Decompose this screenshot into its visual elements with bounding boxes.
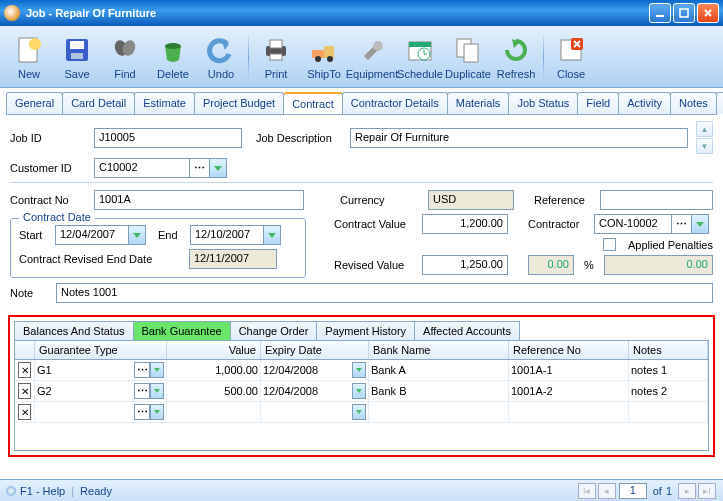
tab-activity[interactable]: Activity (618, 92, 671, 114)
cell-value[interactable]: 1,000.00 (167, 360, 261, 380)
tab-hours[interactable]: Hours (716, 92, 723, 114)
end-date-field[interactable]: 12/10/2007 (190, 225, 264, 245)
reference-field[interactable] (600, 190, 713, 210)
contractor-lookup[interactable]: CON-10002 ⋯ (594, 214, 709, 234)
shipto-button[interactable]: ShipTo (301, 30, 347, 84)
desc-scroll-up[interactable]: ▲ (696, 121, 713, 137)
print-button[interactable]: Print (253, 30, 299, 84)
contract-no-label: Contract No (10, 194, 88, 206)
lookup-dots-icon[interactable]: ⋯ (190, 158, 210, 178)
tab-contractor-details[interactable]: Contractor Details (342, 92, 448, 114)
delete-button[interactable]: Delete (150, 30, 196, 84)
cell-ref[interactable]: 1001A-1 (509, 360, 629, 380)
table-row[interactable]: ✕G1⋯1,000.0012/04/2008Bank A1001A-1notes… (15, 360, 708, 381)
cell-expiry[interactable]: 12/04/2008 (263, 364, 352, 376)
tab-job-status[interactable]: Job Status (508, 92, 578, 114)
chevron-down-icon[interactable] (150, 404, 164, 420)
nav-prev[interactable]: ◂ (598, 483, 616, 499)
col-value[interactable]: Value (167, 341, 261, 359)
col-notes[interactable]: Notes (629, 341, 708, 359)
contractor-field[interactable]: CON-10002 (594, 214, 672, 234)
cell-bank[interactable] (369, 402, 509, 422)
col-guarantee-type[interactable]: Guarantee Type (35, 341, 167, 359)
nav-last[interactable]: ▸I (698, 483, 716, 499)
cell-ref[interactable] (509, 402, 629, 422)
col-bank[interactable]: Bank Name (369, 341, 509, 359)
lookup-dots-icon[interactable]: ⋯ (134, 383, 150, 399)
lookup-dots-icon[interactable]: ⋯ (134, 362, 150, 378)
row-delete-icon[interactable]: ✕ (18, 404, 31, 420)
close-window-button[interactable]: Close (548, 30, 594, 84)
schedule-button[interactable]: Schedule (397, 30, 443, 84)
chevron-down-icon[interactable] (264, 225, 281, 245)
cell-expiry[interactable]: 12/04/2008 (263, 385, 352, 397)
new-button[interactable]: New (6, 30, 52, 84)
tab-project-budget[interactable]: Project Budget (194, 92, 284, 114)
chevron-down-icon[interactable] (352, 362, 366, 378)
cell-bank[interactable]: Bank B (369, 381, 509, 401)
tab-contract[interactable]: Contract (283, 92, 343, 114)
contract-value-field[interactable]: 1,200.00 (422, 214, 508, 234)
save-button[interactable]: Save (54, 30, 100, 84)
table-row[interactable]: ✕⋯ (15, 402, 708, 423)
chevron-down-icon[interactable] (210, 158, 227, 178)
cell-value[interactable] (167, 402, 261, 422)
cell-notes[interactable]: notes 1 (629, 360, 708, 380)
page-field[interactable]: 1 (619, 483, 647, 499)
end-date-combo[interactable]: 12/10/2007 (190, 225, 281, 245)
lookup-dots-icon[interactable]: ⋯ (672, 214, 692, 234)
job-desc-field[interactable]: Repair Of Furniture (350, 128, 688, 148)
customer-id-field[interactable]: C10002 (94, 158, 190, 178)
tab-card-detail[interactable]: Card Detail (62, 92, 135, 114)
tab-field[interactable]: Field (577, 92, 619, 114)
minimize-button[interactable] (649, 3, 671, 23)
note-field[interactable]: Notes 1001 (56, 283, 713, 303)
nav-first[interactable]: I◂ (578, 483, 596, 499)
applied-penalties-checkbox[interactable] (603, 238, 616, 251)
chevron-down-icon[interactable] (352, 383, 366, 399)
tab-estimate[interactable]: Estimate (134, 92, 195, 114)
revised-value-field[interactable]: 1,250.00 (422, 255, 508, 275)
undo-button[interactable]: Undo (198, 30, 244, 84)
desc-scroll-down[interactable]: ▼ (696, 138, 713, 154)
maximize-button[interactable] (673, 3, 695, 23)
subtab-affected-accounts[interactable]: Affected Accounts (414, 321, 520, 340)
chevron-down-icon[interactable] (352, 404, 366, 420)
close-button[interactable] (697, 3, 719, 23)
subtab-bank-guarantee[interactable]: Bank Guarantee (133, 321, 231, 340)
nav-next[interactable]: ▸ (678, 483, 696, 499)
row-delete-icon[interactable]: ✕ (18, 362, 31, 378)
chevron-down-icon[interactable] (129, 225, 146, 245)
cell-notes[interactable]: notes 2 (629, 381, 708, 401)
subtab-change-order[interactable]: Change Order (230, 321, 318, 340)
table-row[interactable]: ✕G2⋯500.0012/04/2008Bank B1001A-2notes 2 (15, 381, 708, 402)
cell-bank[interactable]: Bank A (369, 360, 509, 380)
cell-ref[interactable]: 1001A-2 (509, 381, 629, 401)
lookup-dots-icon[interactable]: ⋯ (134, 404, 150, 420)
subtab-payment-history[interactable]: Payment History (316, 321, 415, 340)
col-ref[interactable]: Reference No (509, 341, 629, 359)
start-date-field[interactable]: 12/04/2007 (55, 225, 129, 245)
row-delete-icon[interactable]: ✕ (18, 383, 31, 399)
cell-value[interactable]: 500.00 (167, 381, 261, 401)
contract-no-field[interactable]: 1001A (94, 190, 304, 210)
find-button[interactable]: Find (102, 30, 148, 84)
job-id-field[interactable]: J10005 (94, 128, 242, 148)
refresh-button[interactable]: Refresh (493, 30, 539, 84)
cell-notes[interactable] (629, 402, 708, 422)
tab-notes[interactable]: Notes (670, 92, 717, 114)
subtab-balances[interactable]: Balances And Status (14, 321, 134, 340)
equipment-button[interactable]: Equipment (349, 30, 395, 84)
tab-general[interactable]: General (6, 92, 63, 114)
chevron-down-icon[interactable] (150, 362, 164, 378)
schedule-icon (404, 34, 436, 66)
duplicate-button[interactable]: Duplicate (445, 30, 491, 84)
tab-materials[interactable]: Materials (447, 92, 510, 114)
cell-type[interactable]: G2 (37, 385, 134, 397)
cell-type[interactable]: G1 (37, 364, 134, 376)
chevron-down-icon[interactable] (692, 214, 709, 234)
customer-id-lookup[interactable]: C10002 ⋯ (94, 158, 227, 178)
start-date-combo[interactable]: 12/04/2007 (55, 225, 146, 245)
chevron-down-icon[interactable] (150, 383, 164, 399)
col-expiry[interactable]: Expiry Date (261, 341, 369, 359)
